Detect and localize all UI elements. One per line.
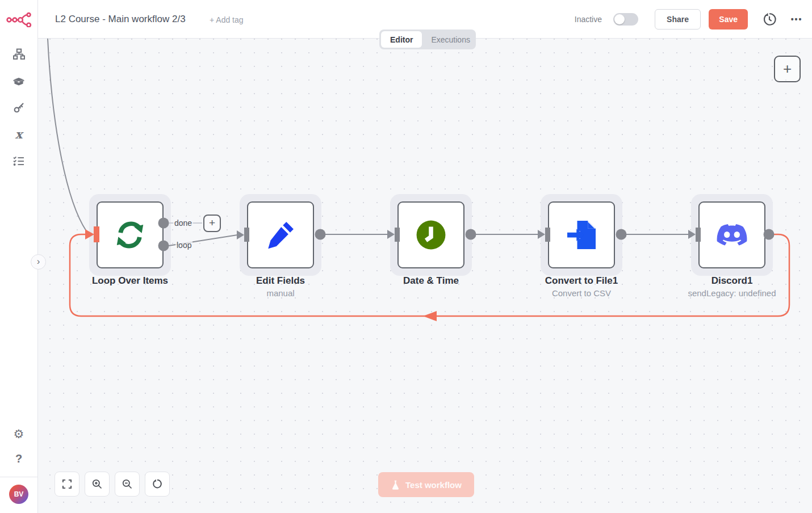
tab-editor[interactable]: Editor <box>381 31 422 48</box>
history-icon[interactable] <box>762 12 777 27</box>
node-label-date: Date & Time <box>346 275 516 288</box>
reset-zoom-icon <box>152 478 163 490</box>
zoom-out-icon <box>122 478 133 490</box>
templates-box-icon <box>12 75 25 87</box>
node-box <box>247 201 314 268</box>
sidebar-item-help[interactable]: ? <box>0 446 37 471</box>
loop-icon <box>112 217 148 253</box>
clock-icon <box>412 216 450 254</box>
avatar[interactable]: BV <box>9 485 28 504</box>
active-toggle[interactable] <box>613 13 638 26</box>
fit-view-icon <box>61 478 73 490</box>
output-label-loop: loop <box>175 241 192 250</box>
node-box <box>397 201 464 268</box>
editor-executions-tabs: Editor Executions <box>379 30 476 49</box>
node-box <box>548 201 615 268</box>
add-node-button[interactable]: + <box>774 56 801 82</box>
chevron-right-icon[interactable]: › <box>31 254 46 270</box>
executions-list-icon <box>12 155 25 167</box>
gear-icon: ⚙ <box>14 428 24 440</box>
node-label-loop: Loop Over Items <box>45 275 215 288</box>
sidebar-item-workflows[interactable] <box>0 41 37 68</box>
share-button[interactable]: Share <box>655 9 701 30</box>
node-date-time[interactable] <box>390 194 472 276</box>
zoom-in-button[interactable] <box>85 472 110 497</box>
file-import-icon <box>564 218 598 252</box>
test-workflow-button[interactable]: Test workflow <box>378 472 474 497</box>
zoom-in-icon <box>91 478 103 490</box>
output-label-done: done <box>173 218 193 228</box>
sidebar-divider <box>0 477 37 477</box>
node-box <box>97 201 164 268</box>
node-edit-fields[interactable] <box>240 194 321 276</box>
node-box <box>698 201 765 268</box>
n8n-logo-icon[interactable] <box>6 11 32 27</box>
sitemap-icon <box>13 48 25 60</box>
node-discord[interactable] <box>691 194 773 276</box>
node-convert-to-file[interactable] <box>541 194 622 276</box>
tab-executions[interactable]: Executions <box>422 31 479 48</box>
pencil-icon <box>264 218 297 251</box>
toggle-knob <box>614 14 625 24</box>
node-loop-over-items[interactable] <box>89 194 171 276</box>
add-connected-node-button[interactable]: + <box>203 215 221 232</box>
flask-icon <box>391 480 400 490</box>
node-label-convert: Convert to File1 Convert to CSV <box>496 275 667 298</box>
more-menu-icon[interactable]: ••• <box>788 12 805 27</box>
fit-view-button[interactable] <box>55 472 79 497</box>
variables-icon: x <box>15 127 23 141</box>
workflow-status-label: Inactive <box>575 15 602 24</box>
node-label-discord: Discord1 sendLegacy: undefined <box>647 275 812 298</box>
workflow-title[interactable]: L2 Course - Main workflow 2/3 <box>55 14 186 25</box>
key-icon <box>13 102 25 113</box>
reset-zoom-button[interactable] <box>145 472 170 497</box>
sidebar-item-credentials[interactable] <box>0 94 37 121</box>
zoom-out-button[interactable] <box>115 472 140 497</box>
sidebar-item-settings[interactable]: ⚙ <box>0 421 37 446</box>
sidebar-item-executions[interactable] <box>0 148 37 174</box>
sidebar-item-variables[interactable]: x <box>0 121 37 148</box>
save-button[interactable]: Save <box>709 9 748 30</box>
discord-icon <box>714 221 750 249</box>
help-icon: ? <box>15 452 22 465</box>
node-label-edit: Edit Fields manual <box>195 275 366 298</box>
sidebar-item-templates[interactable] <box>0 68 37 94</box>
canvas-controls <box>55 472 170 497</box>
add-tag-button[interactable]: + Add tag <box>210 15 244 24</box>
test-workflow-label: Test workflow <box>405 480 462 490</box>
